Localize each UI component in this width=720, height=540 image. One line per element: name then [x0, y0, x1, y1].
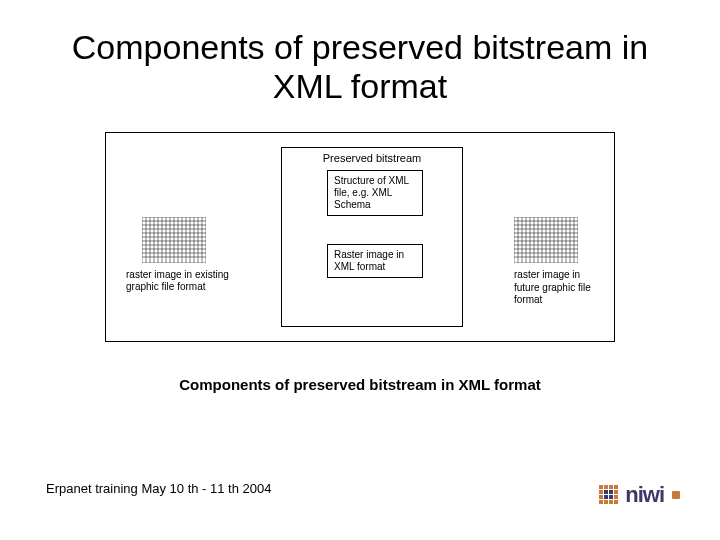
slide: Components of preserved bitstream in XML… [0, 0, 720, 540]
diagram-outer-box: raster image in existing graphic file fo… [105, 132, 615, 342]
structure-box: Structure of XML file, e.g. XML Schema [327, 170, 423, 216]
grid-icon [514, 217, 578, 263]
raster-xml-box: Raster image in XML format [327, 244, 423, 278]
svg-rect-67 [609, 495, 613, 499]
svg-rect-66 [604, 495, 608, 499]
footer-text: Erpanet training May 10 th - 11 th 2004 [46, 481, 271, 496]
svg-rect-60 [599, 500, 603, 504]
svg-rect-64 [604, 490, 608, 494]
niwi-logo: niwi [599, 482, 680, 508]
left-raster-caption: raster image in existing graphic file fo… [126, 269, 236, 293]
slide-title: Components of preserved bitstream in XML… [40, 28, 680, 106]
logo-dot-icon [672, 491, 680, 499]
slide-subtitle: Components of preserved bitstream in XML… [40, 376, 680, 393]
inner-box-title: Preserved bitstream [282, 152, 462, 164]
svg-rect-55 [614, 485, 618, 489]
logo-text: niwi [625, 482, 664, 508]
svg-rect-53 [604, 485, 608, 489]
svg-rect-62 [609, 500, 613, 504]
svg-rect-52 [599, 485, 603, 489]
raster-grid-right [514, 217, 578, 263]
svg-rect-59 [614, 495, 618, 499]
right-raster-caption: raster image in future graphic file form… [514, 269, 604, 307]
svg-rect-57 [614, 490, 618, 494]
svg-rect-61 [604, 500, 608, 504]
svg-rect-56 [599, 490, 603, 494]
raster-grid-left [142, 217, 206, 263]
preserved-bitstream-box: Preserved bitstream Structure of XML fil… [281, 147, 463, 327]
svg-rect-65 [609, 490, 613, 494]
grid-icon [142, 217, 206, 263]
svg-rect-63 [614, 500, 618, 504]
svg-rect-54 [609, 485, 613, 489]
logo-grid-icon [599, 485, 619, 505]
svg-rect-58 [599, 495, 603, 499]
